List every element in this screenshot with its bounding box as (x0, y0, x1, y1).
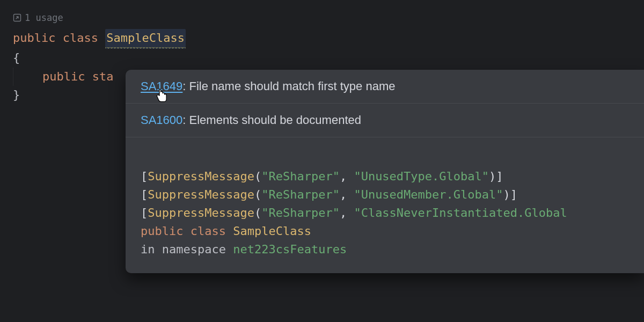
usage-icon (13, 13, 21, 22)
diagnostic-message: Elements should be documented (189, 113, 361, 127)
keyword-public: public (13, 31, 55, 45)
usage-hint[interactable]: 1 usage (13, 11, 644, 25)
attr-arg: "UnusedMember.Global" (354, 188, 503, 201)
attr-arg: "ReSharper" (261, 206, 340, 219)
code-line[interactable]: { (13, 49, 644, 67)
attr-name: SuppressMessage (148, 170, 254, 183)
keyword-class: class (191, 224, 226, 238)
brace-open: { (13, 51, 20, 64)
attr-arg: "UnusedType.Global" (354, 170, 489, 183)
colon: : (182, 79, 189, 93)
namespace-name: net223csFeatures (233, 243, 347, 256)
namespace-prefix: in namespace (141, 243, 226, 256)
attr-arg: "ReSharper" (261, 188, 340, 201)
usage-text: 1 usage (25, 11, 63, 25)
brace-close: } (13, 88, 20, 101)
diagnostic-id-link[interactable]: SA1649 (141, 79, 182, 93)
diagnostic-tooltip: SA1649: File name should match first typ… (126, 70, 644, 273)
member-fragment: public sta (14, 70, 113, 83)
attr-name: SuppressMessage (148, 188, 254, 201)
keyword-public: public (141, 224, 183, 238)
colon: : (182, 113, 189, 127)
diagnostic-row[interactable]: SA1600: Elements should be documented (126, 104, 644, 137)
diagnostic-id: SA1600 (141, 113, 182, 127)
tooltip-code-block: [SuppressMessage("ReSharper", "UnusedTyp… (126, 137, 644, 273)
diagnostic-row[interactable]: SA1649: File name should match first typ… (126, 70, 644, 103)
code-line[interactable]: public class SampleClass (13, 29, 644, 49)
class-name-token[interactable]: SampleClass (105, 29, 186, 49)
attr-arg: "ReSharper" (261, 170, 340, 183)
keyword-class: class (63, 31, 98, 45)
diagnostic-message: File name should match first type name (189, 79, 396, 93)
class-name-token: SampleClass (233, 224, 311, 238)
attr-arg: "ClassNeverInstantiated.Global (354, 206, 567, 219)
attr-name: SuppressMessage (148, 206, 254, 219)
